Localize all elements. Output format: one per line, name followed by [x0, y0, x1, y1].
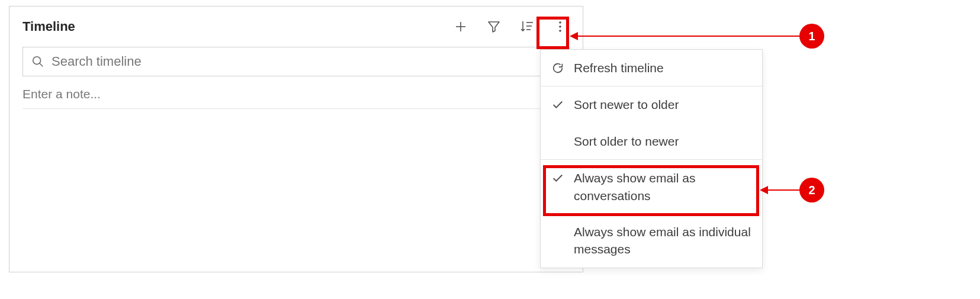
svg-line-9	[40, 63, 43, 67]
menu-sort-older-to-newer[interactable]: Sort older to newer	[541, 123, 762, 159]
note-row[interactable]	[23, 87, 570, 109]
timeline-panel: Timeline	[9, 6, 583, 272]
checkmark-icon	[550, 171, 565, 186]
more-commands-menu: Refresh timeline Sort newer to older Sor…	[540, 49, 763, 268]
sort-button[interactable]	[518, 17, 536, 36]
badge-number: 2	[808, 184, 815, 197]
ellipsis-vertical-icon	[553, 20, 567, 34]
menu-email-as-conversations[interactable]: Always show email as conversations	[541, 160, 762, 214]
annotation-arrow-2-head	[760, 186, 768, 194]
timeline-title: Timeline	[23, 19, 75, 34]
svg-point-8	[33, 57, 41, 65]
menu-sort-newer-to-older[interactable]: Sort newer to older	[541, 86, 762, 123]
annotation-badge-2: 2	[799, 178, 824, 202]
note-input[interactable]	[23, 87, 570, 101]
funnel-icon	[487, 20, 501, 34]
filter-button[interactable]	[484, 17, 503, 36]
menu-item-label: Always show email as conversations	[574, 169, 751, 204]
more-commands-button[interactable]	[551, 17, 570, 36]
empty-icon	[550, 134, 565, 149]
empty-icon	[550, 224, 565, 240]
sort-icon	[519, 19, 535, 34]
add-button[interactable]	[451, 17, 470, 36]
search-row[interactable]	[23, 47, 570, 76]
badge-number: 1	[808, 30, 815, 43]
search-input[interactable]	[52, 54, 561, 69]
timeline-toolbar	[451, 17, 570, 36]
menu-item-label: Sort newer to older	[574, 96, 679, 113]
menu-item-label: Sort older to newer	[574, 133, 679, 150]
search-icon	[31, 55, 44, 68]
checkmark-icon	[550, 97, 565, 112]
svg-point-5	[559, 21, 561, 24]
menu-item-label: Refresh timeline	[574, 59, 664, 76]
annotation-badge-1: 1	[799, 24, 824, 49]
plus-icon	[454, 20, 468, 34]
menu-email-as-individual[interactable]: Always show email as individual messages	[541, 214, 762, 268]
annotation-arrow-1-head	[570, 32, 578, 40]
refresh-icon	[550, 60, 565, 76]
menu-refresh-timeline[interactable]: Refresh timeline	[541, 50, 762, 86]
svg-point-6	[559, 25, 561, 28]
annotation-arrow-2-line	[768, 189, 799, 191]
svg-point-7	[559, 30, 561, 32]
menu-item-label: Always show email as individual messages	[574, 223, 751, 258]
timeline-header: Timeline	[23, 17, 570, 36]
annotation-arrow-1-line	[578, 36, 799, 37]
